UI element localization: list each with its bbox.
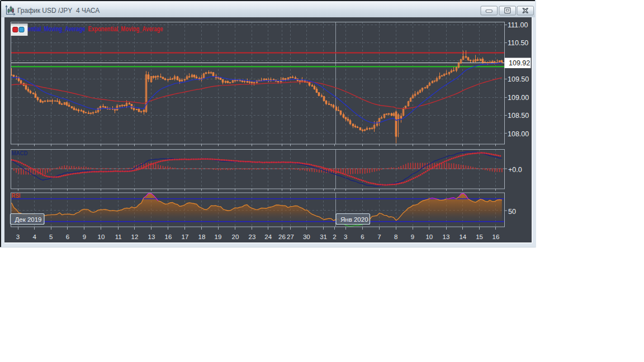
svg-text:RSI: RSI (12, 192, 21, 199)
svg-text:14: 14 (459, 234, 466, 240)
svg-text:8: 8 (394, 234, 397, 240)
svg-text:16: 16 (165, 234, 172, 240)
svg-text:31: 31 (320, 234, 327, 240)
svg-text:3: 3 (344, 234, 347, 240)
svg-text:10: 10 (425, 234, 433, 240)
svg-text:6: 6 (361, 234, 364, 240)
svg-text:13: 13 (443, 234, 450, 240)
svg-text:27: 27 (287, 234, 294, 240)
svg-text:24: 24 (264, 234, 272, 240)
svg-text:4: 4 (32, 234, 36, 240)
svg-text:10: 10 (98, 234, 105, 240)
svg-text:MACD: MACD (12, 150, 28, 156)
svg-text:13: 13 (148, 234, 155, 240)
svg-text:График USD /JPY 4 ЧАСА: График USD /JPY 4 ЧАСА (17, 7, 100, 15)
svg-text:12: 12 (131, 234, 139, 240)
svg-text:109.00: 109.00 (508, 94, 529, 102)
svg-text:18: 18 (198, 234, 206, 240)
svg-text:17: 17 (182, 234, 189, 240)
svg-text:50: 50 (508, 208, 516, 216)
svg-text:110.50: 110.50 (508, 39, 528, 47)
svg-text:11: 11 (115, 234, 122, 240)
svg-text:7: 7 (377, 234, 381, 240)
svg-text:30: 30 (303, 234, 310, 240)
svg-text:Янв 2020: Янв 2020 (340, 216, 368, 223)
svg-text:16: 16 (493, 234, 500, 240)
svg-text:2: 2 (333, 234, 336, 240)
svg-text:Exponential_Moving_Average: Exponential_Moving_Average (88, 25, 163, 33)
svg-text:26: 26 (278, 234, 286, 240)
svg-text:6: 6 (66, 234, 69, 240)
svg-text:23: 23 (249, 234, 256, 240)
svg-text:5: 5 (49, 234, 53, 240)
svg-text:9: 9 (83, 234, 86, 240)
svg-text:+0.0: +0.0 (508, 166, 522, 174)
svg-text:Дек 2019: Дек 2019 (15, 216, 42, 223)
svg-text:111.00: 111.00 (508, 21, 528, 29)
svg-text:20: 20 (232, 234, 239, 240)
svg-text:3: 3 (16, 234, 20, 240)
svg-text:15: 15 (476, 234, 483, 240)
svg-text:19: 19 (215, 234, 222, 240)
svg-text:108.00: 108.00 (508, 130, 529, 138)
svg-text:9: 9 (411, 234, 414, 240)
svg-text:ential_Moving_Average: ential_Moving_Average (28, 25, 86, 33)
svg-text:109.92: 109.92 (509, 59, 530, 67)
svg-text:109.50: 109.50 (508, 75, 529, 83)
svg-text:108.50: 108.50 (508, 112, 529, 120)
